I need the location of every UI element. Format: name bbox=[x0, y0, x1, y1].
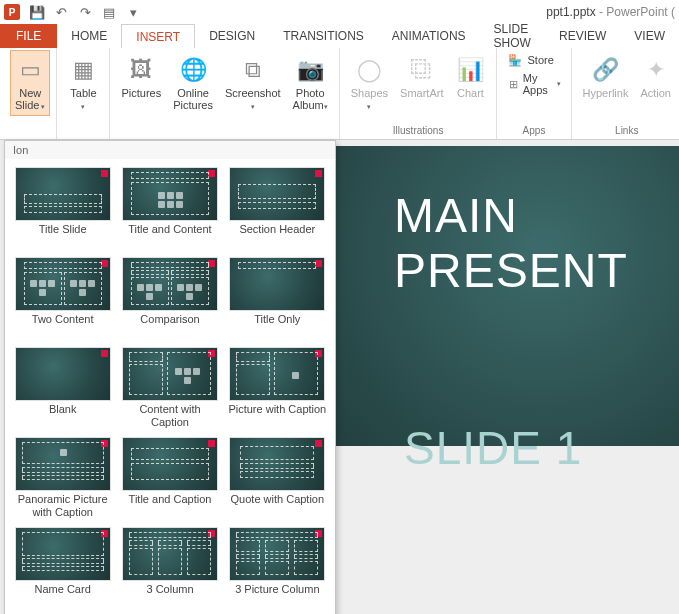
save-button[interactable]: 💾 bbox=[26, 1, 48, 23]
group-illustrations: ◯Shapes▾ ⿻SmartArt 📊Chart Illustrations bbox=[340, 48, 498, 139]
photo-album-button[interactable]: 📷Photo Album▾ bbox=[288, 50, 333, 116]
tab-slideshow[interactable]: SLIDE SHOW bbox=[480, 24, 545, 48]
tab-transitions[interactable]: TRANSITIONS bbox=[269, 24, 378, 48]
quick-access-toolbar: 💾 ↶ ↷ ▤ ▾ bbox=[26, 1, 144, 23]
gallery-theme-header: Ion bbox=[5, 141, 335, 159]
action-button[interactable]: ✦Action bbox=[635, 50, 676, 104]
pictures-button[interactable]: 🖼Pictures bbox=[116, 50, 166, 104]
hyperlink-button[interactable]: 🔗Hyperlink bbox=[578, 50, 634, 104]
table-label: Table▾ bbox=[70, 87, 96, 111]
layout-section-header[interactable]: Section Header bbox=[226, 165, 329, 251]
pictures-label: Pictures bbox=[121, 87, 161, 99]
customize-qat-button[interactable]: ▾ bbox=[122, 1, 144, 23]
online-pictures-button[interactable]: 🌐Online Pictures bbox=[168, 50, 218, 116]
store-button[interactable]: 🏪Store bbox=[503, 50, 557, 70]
ribbon-tabs: FILE HOME INSERT DESIGN TRANSITIONS ANIM… bbox=[0, 24, 679, 48]
new-slide-button[interactable]: ▭ New Slide ▾ bbox=[10, 50, 50, 116]
group-illustrations-label: Illustrations bbox=[346, 123, 491, 139]
tab-design[interactable]: DESIGN bbox=[195, 24, 269, 48]
action-icon: ✦ bbox=[641, 55, 671, 85]
tab-view[interactable]: VIEW bbox=[620, 24, 679, 48]
action-label: Action bbox=[640, 87, 671, 99]
group-apps-label: Apps bbox=[503, 123, 564, 139]
tab-animations[interactable]: ANIMATIONS bbox=[378, 24, 480, 48]
group-slides-label bbox=[10, 123, 50, 139]
group-images-label bbox=[116, 123, 332, 139]
window-title-suffix: - PowerPoint ( bbox=[596, 5, 675, 19]
shapes-button[interactable]: ◯Shapes▾ bbox=[346, 50, 393, 116]
slide-title[interactable]: MAIN PRESENT bbox=[394, 188, 679, 298]
online-pictures-label: Online Pictures bbox=[173, 87, 213, 111]
group-apps: 🏪Store ⊞My Apps ▾ Apps bbox=[497, 48, 571, 139]
layout-quote-with-caption[interactable]: Quote with Caption bbox=[226, 435, 329, 521]
layout-3-column[interactable]: 3 Column bbox=[118, 525, 221, 611]
layout-panoramic-picture[interactable]: Panoramic Picture with Caption bbox=[11, 435, 114, 521]
photo-album-label: Photo Album▾ bbox=[293, 87, 328, 111]
online-pictures-icon: 🌐 bbox=[178, 55, 208, 85]
tab-review[interactable]: REVIEW bbox=[545, 24, 620, 48]
chart-button[interactable]: 📊Chart bbox=[450, 50, 490, 104]
window-title: ppt1.pptx - PowerPoint ( bbox=[144, 5, 679, 19]
apps-icon: ⊞ bbox=[507, 76, 518, 92]
undo-button[interactable]: ↶ bbox=[50, 1, 72, 23]
shapes-label: Shapes▾ bbox=[351, 87, 388, 111]
app-icon: P bbox=[4, 4, 20, 20]
ribbon: ▭ New Slide ▾ ▦ Table▾ 🖼Pictures 🌐Online… bbox=[0, 48, 679, 140]
shapes-icon: ◯ bbox=[354, 55, 384, 85]
new-slide-icon: ▭ bbox=[15, 55, 45, 85]
pictures-icon: 🖼 bbox=[126, 55, 156, 85]
layout-name-card[interactable]: Name Card bbox=[11, 525, 114, 611]
document-name: ppt1.pptx bbox=[546, 5, 595, 19]
table-button[interactable]: ▦ Table▾ bbox=[63, 50, 103, 116]
screenshot-button[interactable]: ⧉Screenshot▾ bbox=[220, 50, 286, 116]
slide[interactable]: MAIN PRESENT SLIDE 1 bbox=[334, 146, 679, 446]
new-slide-gallery: Ion Title Slide Title and Content Sectio… bbox=[4, 140, 336, 614]
layout-two-content[interactable]: Two Content bbox=[11, 255, 114, 341]
layout-title-and-caption[interactable]: Title and Caption bbox=[118, 435, 221, 521]
store-icon: 🏪 bbox=[507, 52, 523, 68]
layout-title-and-content[interactable]: Title and Content bbox=[118, 165, 221, 251]
photo-album-icon: 📷 bbox=[295, 55, 325, 85]
group-images: 🖼Pictures 🌐Online Pictures ⧉Screenshot▾ … bbox=[110, 48, 339, 139]
group-tables: ▦ Table▾ bbox=[57, 48, 110, 139]
group-links: 🔗Hyperlink ✦Action Links bbox=[572, 48, 679, 139]
table-icon: ▦ bbox=[68, 55, 98, 85]
slide-subtitle[interactable]: SLIDE 1 bbox=[404, 421, 582, 475]
layout-title-slide[interactable]: Title Slide bbox=[11, 165, 114, 251]
chart-icon: 📊 bbox=[455, 55, 485, 85]
layout-picture-with-caption[interactable]: Picture with Caption bbox=[226, 345, 329, 431]
layout-content-with-caption[interactable]: Content with Caption bbox=[118, 345, 221, 431]
layout-3-picture-column[interactable]: 3 Picture Column bbox=[226, 525, 329, 611]
smartart-icon: ⿻ bbox=[407, 55, 437, 85]
tab-home[interactable]: HOME bbox=[57, 24, 121, 48]
layout-grid: Title Slide Title and Content Section He… bbox=[5, 159, 335, 614]
new-slide-label: New Slide ▾ bbox=[15, 87, 45, 111]
group-links-label: Links bbox=[578, 123, 676, 139]
titlebar: P 💾 ↶ ↷ ▤ ▾ ppt1.pptx - PowerPoint ( bbox=[0, 0, 679, 24]
group-slides: ▭ New Slide ▾ bbox=[0, 48, 57, 139]
tab-insert[interactable]: INSERT bbox=[121, 24, 195, 48]
layout-title-only[interactable]: Title Only bbox=[226, 255, 329, 341]
layout-blank[interactable]: Blank bbox=[11, 345, 114, 431]
tab-file[interactable]: FILE bbox=[0, 24, 57, 48]
my-apps-button[interactable]: ⊞My Apps ▾ bbox=[503, 70, 564, 98]
store-label: Store bbox=[527, 54, 553, 66]
my-apps-label: My Apps bbox=[523, 72, 553, 96]
screenshot-icon: ⧉ bbox=[238, 55, 268, 85]
smartart-label: SmartArt bbox=[400, 87, 443, 99]
screenshot-label: Screenshot▾ bbox=[225, 87, 281, 111]
hyperlink-icon: 🔗 bbox=[590, 55, 620, 85]
start-from-beginning-button[interactable]: ▤ bbox=[98, 1, 120, 23]
hyperlink-label: Hyperlink bbox=[583, 87, 629, 99]
redo-button[interactable]: ↷ bbox=[74, 1, 96, 23]
chart-label: Chart bbox=[457, 87, 484, 99]
group-tables-label bbox=[63, 123, 103, 139]
layout-comparison[interactable]: Comparison bbox=[118, 255, 221, 341]
smartart-button[interactable]: ⿻SmartArt bbox=[395, 50, 448, 104]
